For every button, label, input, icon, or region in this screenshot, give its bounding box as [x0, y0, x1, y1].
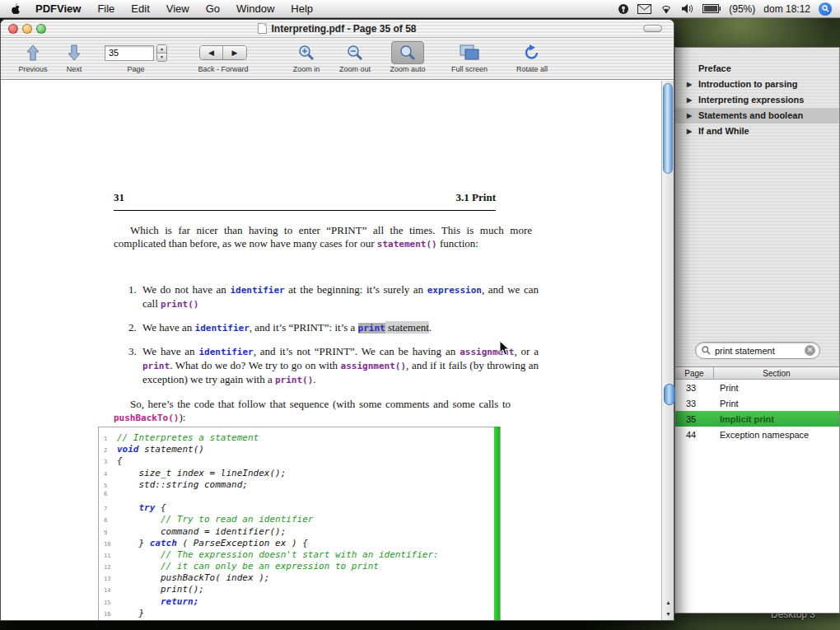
text-segment: statement()	[377, 239, 437, 250]
toc-item-preface[interactable]: Preface	[675, 61, 839, 77]
window-title: Interpreting.pdf - Page 35 of 58	[271, 23, 416, 35]
menu-help[interactable]: Help	[282, 2, 321, 15]
code-line: 12 // it can only be an expression to pr…	[99, 561, 500, 572]
column-header-page[interactable]: Page	[675, 367, 714, 379]
result-row[interactable]: 33 Print	[675, 380, 839, 395]
mouse-cursor	[499, 340, 511, 357]
code-line-number: 2	[104, 447, 117, 454]
menu-file[interactable]: File	[89, 2, 123, 15]
code-line-text: // Try to read an identifier	[117, 514, 313, 525]
page-stepper[interactable]: ▲ ▼	[156, 44, 167, 62]
toolbar-toggle-pill[interactable]	[643, 25, 662, 32]
code-line-number: 6	[104, 491, 117, 497]
toc-item-interpreting[interactable]: ▶ Interpreting expressions	[675, 92, 839, 108]
pdf-vertical-scrollbar[interactable]: ▲ ▼	[661, 81, 674, 620]
code-line: 3{	[99, 455, 500, 467]
scrollbar-thumb[interactable]	[663, 83, 673, 174]
pdf-paragraph-outro: So, here’s the code that follow that seq…	[114, 398, 511, 425]
drawer-search-field[interactable]: print statement ✕	[695, 342, 820, 359]
rotate-icon	[523, 41, 541, 64]
titlebar[interactable]: Interpreting.pdf - Page 35 of 58	[1, 20, 674, 38]
scroll-down-arrow-icon[interactable]: ▼	[662, 608, 674, 619]
disclosure-triangle-icon[interactable]: ▶	[687, 108, 692, 124]
code-line-number: 5	[104, 483, 117, 489]
text-segment: at the beginning: it’s surely an	[285, 283, 427, 296]
apple-menu[interactable]	[0, 2, 30, 15]
battery-menu-icon[interactable]	[702, 4, 721, 13]
back-button[interactable]: ◀	[200, 46, 223, 59]
next-page-button[interactable]: Next	[57, 41, 91, 73]
menu-go[interactable]: Go	[198, 2, 228, 15]
mail-menu-icon[interactable]	[637, 4, 651, 14]
disclosure-triangle-icon[interactable]: ▶	[687, 77, 692, 92]
code-line-text: void statement()	[117, 444, 204, 455]
minimize-button[interactable]	[22, 24, 32, 34]
scroll-up-arrow-icon[interactable]: ▲	[662, 596, 674, 608]
code-line-number: 13	[104, 576, 117, 582]
search-results-table: Page Section 33 Print 33 Print 35 Implic…	[675, 366, 839, 613]
pdf-page-header: 31 3.1 Print	[114, 191, 496, 211]
full-screen-button[interactable]: Full screen	[442, 41, 497, 73]
toc-item-statements[interactable]: ▶ Statements and boolean	[675, 108, 839, 124]
clear-search-icon[interactable]: ✕	[805, 345, 815, 356]
toc-item-introduction[interactable]: ▶ Introduction to parsing	[675, 77, 839, 92]
zoom-out-icon	[346, 41, 364, 64]
stepper-down-icon[interactable]: ▼	[157, 54, 166, 61]
code-line-number: 4	[104, 471, 117, 478]
code-line-text: try {	[117, 502, 166, 513]
code-line-number: 10	[104, 541, 117, 548]
zoom-in-button[interactable]: Zoom in	[282, 41, 330, 73]
text-segment: print	[142, 361, 170, 371]
code-line: 10 } catch ( ParseException ex ) {	[99, 538, 500, 549]
zoom-auto-button[interactable]: Zoom auto	[380, 41, 436, 73]
text-segment: We have an	[142, 345, 198, 357]
menu-window[interactable]: Window	[228, 2, 282, 15]
code-line-number: 16	[104, 611, 117, 618]
text-segment: We do not have an	[142, 283, 230, 296]
page-number-input[interactable]	[105, 45, 154, 61]
result-row-selected[interactable]: 35 Implicit print	[675, 411, 839, 427]
pdf-list-item-1: 1. We do not have an identifier at the b…	[128, 283, 539, 311]
disclosure-triangle-icon[interactable]: ▶	[687, 92, 692, 108]
text-segment: We have an	[142, 321, 195, 334]
disclosure-triangle-icon[interactable]: ▶	[687, 124, 692, 139]
text-segment: . What do we do? We try to go on with	[170, 359, 340, 371]
pdf-section-title: 3.1 Print	[456, 191, 496, 204]
code-line-text: print();	[117, 584, 204, 595]
zoom-button[interactable]	[36, 24, 46, 34]
column-header-section[interactable]: Section	[714, 367, 839, 379]
zoom-in-icon	[297, 41, 315, 64]
battery-percentage[interactable]: (95%)	[729, 3, 755, 15]
volume-menu-icon[interactable]	[681, 3, 694, 14]
list-number: 3.	[128, 345, 137, 358]
pdf-content-view[interactable]: 31 3.1 Print Which is far nicer than hav…	[1, 80, 674, 620]
previous-page-button[interactable]: Previous	[9, 41, 57, 73]
wifi-menu-icon[interactable]	[660, 3, 673, 14]
menu-pdfview[interactable]: PDFView	[30, 2, 89, 15]
forward-button[interactable]: ▶	[223, 46, 246, 59]
code-line: 15 return;	[99, 596, 500, 608]
results-table-header[interactable]: Page Section	[675, 367, 839, 380]
code-line-text: // it can only be an expression to print	[117, 561, 379, 572]
rotate-all-button[interactable]: Rotate all	[505, 41, 559, 73]
menu-view[interactable]: View	[158, 2, 198, 15]
menubar-clock[interactable]: dom 18:12	[763, 3, 810, 15]
code-line: 14 print();	[99, 584, 500, 595]
drawer-scrollbar-thumb[interactable]	[664, 384, 675, 405]
toc-list: Preface ▶ Introduction to parsing ▶ Inte…	[675, 48, 839, 139]
keychain-menu-icon[interactable]	[618, 3, 629, 15]
code-line-number: 12	[104, 564, 117, 571]
zoom-out-button[interactable]: Zoom out	[330, 41, 380, 73]
result-row[interactable]: 44 Exception namespace	[675, 427, 839, 442]
code-lines: 1// Interpretes a statement2void stateme…	[99, 432, 500, 619]
code-line-text: {	[117, 455, 123, 466]
result-row[interactable]: 33 Print	[675, 395, 839, 411]
text-segment: So, here’s the code that follow that seq…	[130, 398, 511, 410]
stepper-up-icon[interactable]: ▲	[157, 45, 166, 54]
text-segment: assignment()	[341, 361, 406, 371]
toc-item-if-and-while[interactable]: ▶ If and While	[675, 124, 839, 139]
spotlight-icon[interactable]	[819, 2, 832, 16]
text-segment: identifier	[195, 323, 250, 334]
menu-edit[interactable]: Edit	[123, 2, 157, 15]
close-button[interactable]	[8, 24, 18, 34]
